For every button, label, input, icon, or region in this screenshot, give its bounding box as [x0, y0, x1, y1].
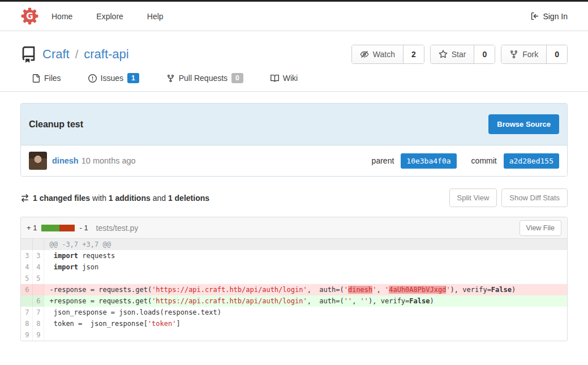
deletions-bar	[59, 225, 75, 231]
commit-label: commit	[471, 156, 497, 165]
diff-view-buttons: Split View Show Diff Stats	[449, 188, 568, 207]
new-line-number: 6	[32, 295, 44, 307]
fork-icon	[509, 50, 518, 59]
new-line-number: 8	[32, 318, 44, 329]
file-icon	[32, 74, 40, 83]
navbar: G Home Explore Help Sign In	[0, 2, 588, 31]
additions-count: 1 additions	[109, 194, 151, 203]
star-button[interactable]: Star	[431, 45, 474, 63]
diff-line: 99	[21, 329, 567, 341]
show-diff-stats-button[interactable]: Show Diff Stats	[501, 188, 568, 207]
star-count[interactable]: 0	[474, 45, 495, 63]
avatar[interactable]	[29, 152, 47, 170]
summary-and: and	[153, 194, 166, 203]
fork-label: Fork	[522, 50, 538, 59]
eye-slash-icon	[360, 50, 369, 59]
repo-name-link[interactable]: craft-api	[84, 47, 128, 62]
parent-label: parent	[372, 156, 394, 165]
diff-stat-bar	[41, 225, 75, 231]
fork-count[interactable]: 0	[546, 45, 567, 63]
commit-sha-button[interactable]: a2d28ed155	[504, 153, 559, 169]
new-line-number: 9	[32, 329, 44, 341]
nav-item-home[interactable]: Home	[51, 12, 72, 21]
star-icon	[439, 50, 448, 59]
watch-button[interactable]: Watch	[352, 45, 403, 63]
issue-icon	[88, 74, 97, 83]
repo-owner-link[interactable]: Craft	[42, 47, 70, 62]
diff-summary-text: 1 changed files with 1 additions and 1 d…	[33, 194, 209, 203]
fork-button-group: Fork 0	[501, 45, 568, 64]
watch-button-group: Watch 2	[351, 45, 424, 64]
file-path-link[interactable]: tests/test.py	[96, 224, 139, 233]
tab-pull-requests-label: Pull Requests	[179, 74, 228, 83]
file-add-count: + 1	[27, 224, 37, 232]
old-line-number: 8	[21, 318, 32, 329]
tab-issues[interactable]: Issues 1	[88, 73, 139, 83]
repo-actions: Watch 2 Star 0 Fork	[351, 45, 568, 64]
commit-sha-area: parent 10e3ba4f0a commit a2d28ed155	[372, 153, 559, 169]
commit-author-link[interactable]: dinesh	[52, 156, 79, 165]
nav-item-help[interactable]: Help	[147, 12, 164, 21]
tab-pull-requests[interactable]: Pull Requests 0	[166, 73, 243, 83]
old-line-number	[21, 295, 32, 307]
repo-path-separator: /	[75, 48, 79, 61]
code-cell: -response = requests.get('https://api.cr…	[44, 284, 567, 295]
sign-in-button[interactable]: Sign In	[530, 12, 568, 21]
old-line-number: 3	[21, 250, 32, 261]
file-del-count: - 1	[79, 224, 88, 232]
deletions-count: 1 deletions	[168, 194, 209, 203]
diff-summary-row: 1 changed files with 1 additions and 1 d…	[20, 188, 568, 207]
star-button-group: Star 0	[430, 45, 495, 64]
repo-header: Craft / craft-api Watch 2 Star	[20, 31, 568, 64]
commit-meta-row: dinesh 10 months ago parent 10e3ba4f0a c…	[21, 145, 567, 176]
new-line-number: 7	[32, 307, 44, 318]
commit-box: Cleanup test Browse Source dinesh 10 mon…	[20, 103, 568, 177]
pull-request-icon	[166, 74, 175, 83]
commit-time: 10 months ago	[81, 156, 136, 165]
tab-issues-label: Issues	[101, 74, 123, 83]
changed-files-count: 1 changed files	[33, 194, 90, 203]
new-line-number: 3	[32, 250, 44, 261]
tab-wiki[interactable]: Wiki	[271, 73, 298, 83]
sign-in-label: Sign In	[543, 12, 568, 21]
code-cell: @@ -3,7 +3,7 @@	[44, 239, 567, 250]
repo-title: Craft / craft-api	[20, 46, 129, 63]
star-label: Star	[452, 50, 466, 59]
code-cell	[44, 329, 567, 341]
diff-line: @@ -3,7 +3,7 @@	[21, 239, 567, 250]
diff-line: 33 import requests	[21, 250, 567, 261]
commit-title: Cleanup test	[29, 119, 83, 130]
tab-wiki-label: Wiki	[283, 74, 298, 83]
new-line-number	[32, 239, 44, 250]
browse-source-button[interactable]: Browse Source	[488, 114, 559, 134]
split-view-button[interactable]: Split View	[449, 188, 497, 207]
gogs-logo-icon[interactable]: G	[20, 7, 39, 25]
diff-line: 77 json_response = json.loads(response.t…	[21, 307, 567, 318]
diff-line: 55	[21, 273, 567, 284]
watch-count[interactable]: 2	[403, 45, 424, 63]
view-file-button[interactable]: View File	[520, 220, 561, 236]
fork-button[interactable]: Fork	[501, 45, 546, 63]
summary-with: with	[92, 194, 106, 203]
diff-icon	[20, 194, 29, 203]
diff-file-box: + 1 - 1 tests/test.py View File @@ -3,7 …	[20, 217, 568, 341]
nav-item-explore[interactable]: Explore	[96, 12, 123, 21]
parent-sha-button[interactable]: 10e3ba4f0a	[401, 153, 456, 169]
tab-files[interactable]: Files	[32, 73, 61, 83]
pull-requests-count-badge: 0	[231, 73, 243, 83]
book-icon	[271, 74, 279, 83]
old-line-number	[21, 239, 32, 250]
svg-text:G: G	[26, 11, 33, 22]
diff-line: 44 import json	[21, 261, 567, 273]
diff-table: @@ -3,7 +3,7 @@33 import requests44 impo…	[21, 239, 567, 341]
tab-files-label: Files	[44, 74, 61, 83]
commit-header: Cleanup test Browse Source	[21, 104, 567, 145]
code-cell: import requests	[44, 250, 567, 261]
diff-line: 6-response = requests.get('https://api.c…	[21, 284, 567, 295]
new-line-number: 4	[32, 261, 44, 273]
old-line-number: 5	[21, 273, 32, 284]
diff-line: 88 token = json_response['token']	[21, 318, 567, 329]
code-cell: import json	[44, 261, 567, 273]
code-cell: +response = requests.get('https://api.cr…	[44, 295, 567, 307]
issues-count-badge: 1	[127, 73, 139, 83]
